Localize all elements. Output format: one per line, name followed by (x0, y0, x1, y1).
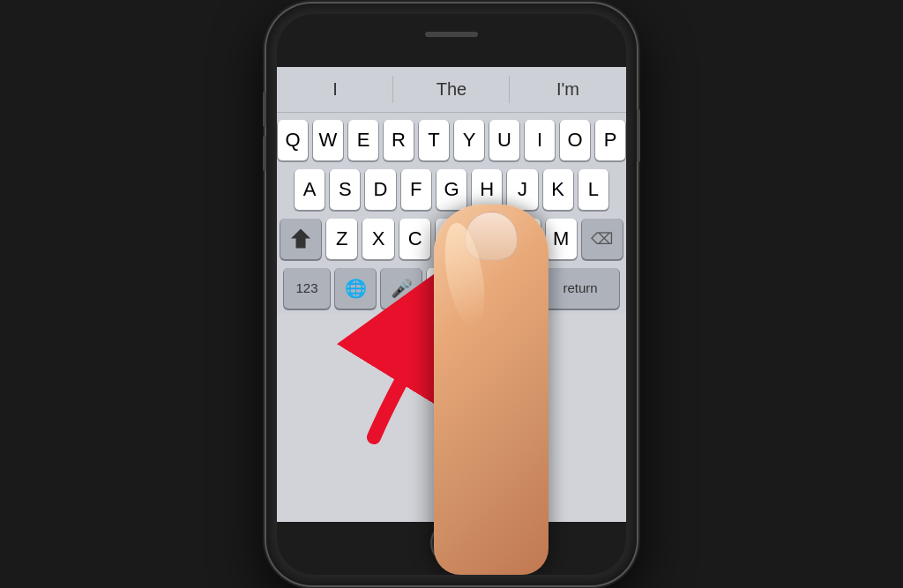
phone-inner: I The I'm Q W E R T Y U (277, 14, 626, 575)
key-d[interactable]: D (365, 169, 395, 210)
return-label: return (563, 280, 597, 295)
key-i[interactable]: I (525, 120, 555, 160)
speaker (425, 32, 478, 37)
key-b[interactable]: B (473, 219, 504, 259)
key-v[interactable]: V (436, 219, 466, 259)
key-e[interactable]: E (348, 120, 378, 160)
phone-frame: I The I'm Q W E R T Y U (266, 4, 637, 585)
key-p[interactable]: P (595, 120, 625, 160)
key-s[interactable]: S (330, 169, 360, 210)
autocorrect-right[interactable]: I'm (510, 67, 626, 112)
key-t[interactable]: T (419, 120, 449, 160)
key-num[interactable]: 123 (284, 268, 330, 309)
key-return[interactable]: return (541, 268, 619, 309)
key-a[interactable]: A (295, 169, 325, 210)
key-o[interactable]: O (560, 120, 590, 160)
key-z[interactable]: Z (326, 219, 357, 259)
key-g[interactable]: G (437, 169, 466, 210)
key-c[interactable]: C (399, 219, 430, 259)
key-l[interactable]: L (578, 169, 608, 210)
shift-icon (291, 229, 310, 249)
autocorrect-left[interactable]: I (277, 67, 393, 112)
autocorrect-bar: I The I'm (277, 67, 626, 113)
key-mic[interactable]: 🎤 (381, 268, 422, 309)
key-globe[interactable]: 🌐 (335, 268, 376, 309)
keyboard-row-bottom: 123 🌐 🎤 return (280, 268, 623, 309)
screen: I The I'm Q W E R T Y U (277, 67, 626, 522)
num-label: 123 (295, 280, 317, 295)
key-r[interactable]: R (384, 120, 414, 160)
key-j[interactable]: J (507, 169, 537, 210)
key-n[interactable]: N (509, 219, 540, 259)
autocorrect-right-text: I'm (556, 79, 579, 100)
key-shift[interactable] (280, 219, 321, 259)
key-u[interactable]: U (489, 120, 519, 160)
mic-icon: 🎤 (391, 278, 413, 299)
keyboard-row-2: A S D F G H J K L (280, 169, 623, 210)
key-q[interactable]: Q (278, 120, 308, 160)
key-k[interactable]: K (543, 169, 573, 210)
key-y[interactable]: Y (454, 120, 484, 160)
home-button[interactable] (430, 522, 473, 564)
power-button[interactable] (637, 109, 640, 162)
keyboard: Q W E R T Y U I O P A S D F G (277, 113, 626, 314)
key-delete[interactable]: ⌫ (582, 219, 623, 259)
autocorrect-left-text: I (332, 79, 338, 100)
key-m[interactable]: M (546, 219, 577, 259)
key-h[interactable]: H (472, 169, 502, 210)
key-w[interactable]: W (313, 120, 343, 160)
key-f[interactable]: F (401, 169, 431, 210)
autocorrect-middle[interactable]: The (393, 67, 510, 112)
keyboard-row-3: Z X C V B N M ⌫ (280, 219, 623, 259)
volume-down-button[interactable] (263, 136, 266, 171)
globe-icon: 🌐 (345, 278, 367, 299)
keyboard-row-1: Q W E R T Y U I O P (280, 120, 623, 160)
autocorrect-middle-text: The (437, 79, 466, 100)
volume-up-button[interactable] (263, 92, 266, 127)
backspace-icon: ⌫ (591, 229, 613, 249)
key-space[interactable] (427, 268, 536, 309)
key-x[interactable]: X (362, 219, 393, 259)
